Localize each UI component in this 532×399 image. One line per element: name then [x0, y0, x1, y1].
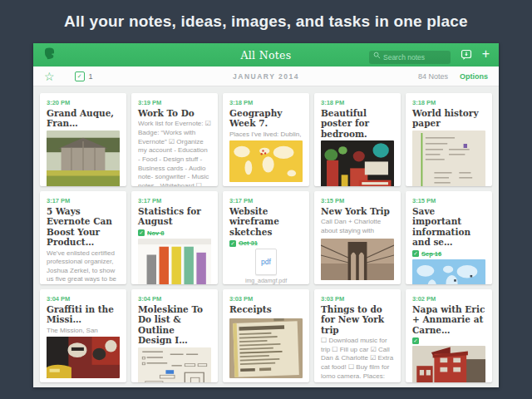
clip-note-icon[interactable] — [461, 49, 472, 64]
note-time: 3:02 PM — [412, 295, 485, 303]
note-time: 3:18 PM — [412, 99, 485, 106]
note-time: 3:15 PM — [321, 197, 394, 204]
note-title: Moleskine To Do list & Outline Design I… — [138, 304, 211, 346]
note-card-grand-auque[interactable]: 3:20 PM Grand Auque, Fran… — [40, 93, 126, 186]
note-card-wireframe[interactable]: 3:17 PM Website wireframe sketches ✓ Oct… — [223, 191, 309, 284]
new-note-plus-icon[interactable]: + — [482, 46, 490, 62]
note-title: Graffiti in the Missi… — [47, 304, 120, 325]
note-card-statistics[interactable]: 3:17 PM Statistics for August ✓ Nov 8 — [131, 191, 218, 284]
reminder-badge[interactable]: ✓ — [412, 337, 485, 344]
search-box — [369, 48, 451, 62]
note-time: 3:03 PM — [321, 295, 394, 303]
poster-art-image — [321, 140, 394, 186]
note-card-receipts[interactable]: 3:03 PM Receipts — [223, 289, 309, 382]
note-title: Beautiful poster for bedroom. — [321, 108, 394, 139]
note-card-5-ways[interactable]: 3:17 PM 5 Ways Evernote Can Boost Your P… — [40, 191, 126, 284]
banner-headline: All your notes, ideas, images, and tasks… — [0, 0, 532, 31]
search-icon — [373, 52, 381, 59]
search-input[interactable] — [369, 51, 451, 64]
note-time: 3:17 PM — [47, 197, 120, 204]
note-title: New York Trip — [321, 206, 394, 216]
receipt-photo-image — [229, 318, 303, 378]
moleskine-sketch-image — [138, 347, 211, 383]
notes-count: 84 Notes — [418, 72, 448, 81]
note-time: 3:04 PM — [47, 295, 120, 303]
note-card-napa[interactable]: 3:02 PM Napa with Eric + Annmarie at Car… — [406, 289, 492, 382]
note-body: The Mission, San Francisco Dublin East — [47, 327, 120, 337]
world-map-blue-image — [412, 259, 485, 285]
note-body: We've enlisted certified professional or… — [47, 249, 120, 285]
pdf-file-icon: pdf — [255, 249, 277, 275]
note-title: Grand Auque, Fran… — [47, 108, 120, 129]
handwritten-notes-image — [412, 131, 485, 186]
note-card-new-york-trip[interactable]: 3:15 PM New York Trip Call Dan + Charlot… — [314, 191, 401, 284]
reminder-done-icon: ✓ — [229, 240, 236, 247]
bar-chart-image — [138, 239, 211, 284]
reminder-done-icon: ✓ — [138, 229, 145, 236]
note-card-things-to-do[interactable]: 3:03 PM Things to do for New York trip ☐… — [314, 289, 401, 382]
note-time: 3:17 PM — [229, 197, 303, 204]
world-map-yellow-image — [229, 140, 303, 182]
note-time: 3:03 PM — [229, 295, 303, 303]
note-title: Things to do for New York trip — [321, 304, 394, 335]
note-card-moleskine[interactable]: 3:04 PM Moleskine To Do list & Outline D… — [131, 289, 218, 382]
note-body: Work list for Evernote: ☑ Badge: “Works … — [138, 120, 211, 186]
reminder-badge[interactable]: ✓ Nov 8 — [138, 229, 211, 237]
filter-bar: ☆ ✓ 1 JANUARY 2014 84 Notes Options — [33, 66, 499, 86]
reminder-done-icon: ✓ — [412, 250, 419, 257]
note-title: Website wireframe sketches — [229, 206, 303, 237]
note-time: 3:04 PM — [138, 295, 211, 303]
brooklyn-bridge-image — [321, 239, 394, 280]
pdf-filename: img_adamgf.pdf — [245, 278, 287, 283]
note-time: 3:18 PM — [321, 99, 394, 106]
note-title: Work To Do — [138, 108, 211, 118]
note-time: 3:17 PM — [138, 197, 211, 204]
pdf-attachment[interactable]: pdf img_adamgf.pdf — [245, 249, 287, 283]
reminder-done-icon: ✓ — [412, 337, 419, 344]
reminder-badge[interactable]: ✓ Oct 31 — [229, 239, 303, 247]
note-time: 3:18 PM — [229, 99, 303, 106]
evernote-window: All Notes + ☆ ✓ 1 JANUARY 2014 84 No — [33, 43, 499, 387]
reminder-badge[interactable]: ✓ Sep 16 — [412, 250, 485, 258]
notes-grid: 3:20 PM Grand Auque, Fran… 3:19 PM Work … — [33, 86, 499, 387]
note-card-save-important[interactable]: 3:15 PM Save important information and s… — [406, 191, 492, 284]
note-time: 3:19 PM — [138, 99, 211, 106]
main-toolbar: All Notes + — [33, 43, 499, 66]
note-body: Places I've lived: Dublin, Ireland Leeds… — [229, 131, 303, 140]
note-title: Geography Week 7. — [229, 108, 303, 129]
marketing-banner: All your notes, ideas, images, and tasks… — [0, 0, 532, 43]
note-card-graffiti[interactable]: 3:04 PM Graffiti in the Missi… The Missi… — [40, 289, 126, 382]
note-card-work-to-do[interactable]: 3:19 PM Work To Do Work list for Evernot… — [131, 93, 218, 186]
note-title: 5 Ways Evernote Can Boost Your Product… — [47, 206, 120, 248]
note-card-geography[interactable]: 3:18 PM Geography Week 7. Places I've li… — [223, 93, 309, 186]
barn-photo-image — [47, 131, 120, 186]
options-button[interactable]: Options — [460, 72, 488, 81]
note-card-world-history[interactable]: 3:18 PM World history paper — [406, 93, 492, 186]
note-title: Napa with Eric + Annmarie at Carne… — [412, 304, 485, 335]
note-title: Save important information and se… — [412, 206, 485, 248]
red-barn-photo-image — [412, 346, 485, 382]
note-body: Call Dan + Charlotte about staying with — [321, 218, 394, 235]
note-time: 3:20 PM — [47, 99, 120, 106]
note-time: 3:15 PM — [412, 197, 485, 204]
graffiti-mural-image — [47, 337, 120, 378]
note-card-poster[interactable]: 3:18 PM Beautiful poster for bedroom. — [314, 93, 401, 186]
note-title: Statistics for August — [138, 206, 211, 227]
note-title: World history paper — [412, 108, 485, 129]
note-title: Receipts — [229, 304, 303, 314]
note-body: ☐ Download music for trip ☐ Fill up car … — [321, 337, 394, 382]
